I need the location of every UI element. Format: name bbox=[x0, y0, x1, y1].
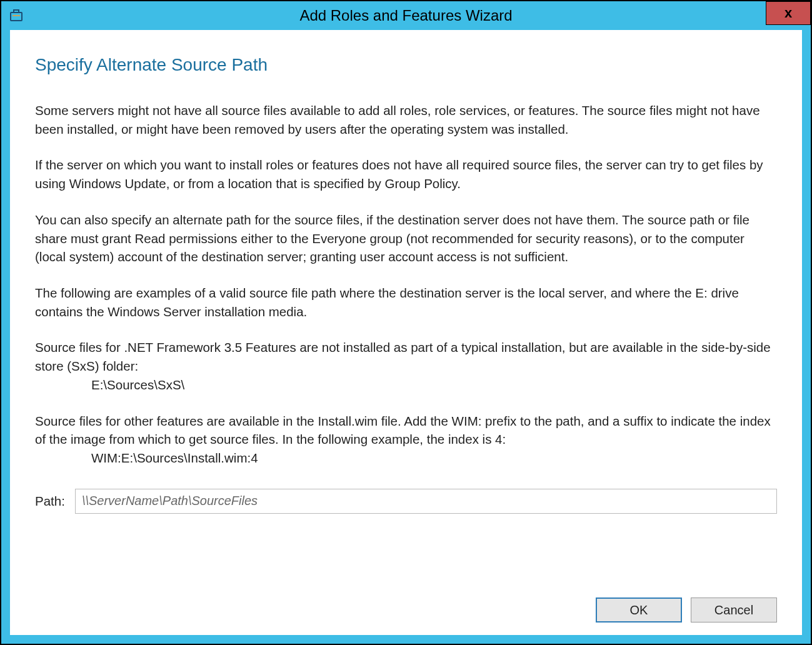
close-button[interactable]: x bbox=[766, 1, 811, 25]
paragraph-2: If the server on which you want to insta… bbox=[35, 156, 777, 192]
button-row: OK Cancel bbox=[35, 598, 777, 622]
paragraph-5: Source files for .NET Framework 3.5 Feat… bbox=[35, 338, 777, 394]
ok-button[interactable]: OK bbox=[596, 598, 682, 622]
paragraph-3: You can also specify an alternate path f… bbox=[35, 211, 777, 266]
window-title: Add Roles and Features Wizard bbox=[1, 7, 811, 24]
path-label: Path: bbox=[35, 494, 65, 509]
titlebar[interactable]: Add Roles and Features Wizard x bbox=[1, 1, 811, 30]
example-path-wim: WIM:E:\Sources\Install.wim:4 bbox=[35, 449, 777, 468]
path-input[interactable] bbox=[75, 489, 777, 514]
dialog-content: Specify Alternate Source Path Some serve… bbox=[1, 30, 811, 644]
close-icon: x bbox=[784, 5, 792, 21]
svg-rect-1 bbox=[14, 10, 19, 12]
svg-rect-2 bbox=[13, 15, 20, 16]
app-icon bbox=[9, 8, 25, 24]
example-path-sxs: E:\Sources\SxS\ bbox=[35, 376, 777, 394]
body-text: Some servers might not have all source f… bbox=[35, 101, 777, 485]
path-row: Path: bbox=[35, 489, 777, 514]
paragraph-5-intro: Source files for .NET Framework 3.5 Feat… bbox=[35, 340, 771, 373]
paragraph-4: The following are examples of a valid so… bbox=[35, 284, 777, 321]
paragraph-6: Source files for other features are avai… bbox=[35, 412, 777, 468]
cancel-button[interactable]: Cancel bbox=[691, 598, 777, 622]
paragraph-6-intro: Source files for other features are avai… bbox=[35, 414, 771, 447]
page-heading: Specify Alternate Source Path bbox=[35, 55, 777, 75]
wizard-dialog: Add Roles and Features Wizard x Specify … bbox=[0, 0, 812, 645]
paragraph-1: Some servers might not have all source f… bbox=[35, 101, 777, 138]
svg-rect-0 bbox=[11, 12, 22, 21]
